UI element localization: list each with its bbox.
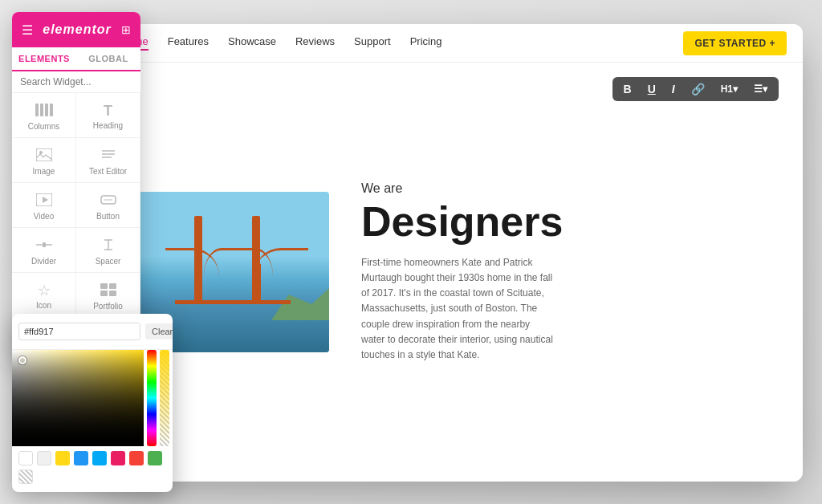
grid-icon[interactable]: ⊞ <box>121 23 131 36</box>
color-picker-top: Clear <box>12 314 173 350</box>
hero-body: First-time homeowners Kate and Patrick M… <box>361 255 554 363</box>
spacer-icon <box>100 238 116 254</box>
color-swatches <box>12 446 173 486</box>
svg-rect-14 <box>43 242 46 247</box>
video-label: Video <box>34 212 54 221</box>
nav-showcase[interactable]: Showcase <box>228 35 276 51</box>
list-button[interactable]: ☰▾ <box>751 82 771 96</box>
picker-gradient[interactable] <box>12 350 144 446</box>
heading-select[interactable]: H1▾ <box>718 82 741 96</box>
widget-video[interactable]: Video <box>12 183 76 228</box>
portfolio-label: Portfolio <box>93 302 123 311</box>
text-editor-label: Text Editor <box>89 167 127 176</box>
color-hex-input[interactable] <box>18 323 140 340</box>
widget-heading[interactable]: T Heading <box>76 93 140 138</box>
hue-strip[interactable] <box>147 350 157 446</box>
svg-marker-10 <box>43 197 48 203</box>
browser-window: Home Features Showcase Reviews Support P… <box>104 24 803 482</box>
svg-point-5 <box>39 151 43 154</box>
swatch-blue[interactable] <box>74 451 88 465</box>
content-area: We are Designers First-time homeowners K… <box>104 63 803 482</box>
video-icon <box>36 193 52 209</box>
picker-cursor <box>18 356 26 364</box>
divider-icon <box>36 238 52 254</box>
divider-label: Divider <box>31 257 56 266</box>
nav-reviews[interactable]: Reviews <box>295 35 335 51</box>
format-toolbar: B U I 🔗 H1▾ ☰▾ <box>612 77 779 101</box>
sidebar-tabs: ELEMENTS GLOBAL <box>12 47 140 71</box>
hero-text: We are Designers First-time homeowners K… <box>361 181 771 363</box>
nav-support[interactable]: Support <box>354 35 391 51</box>
icon-label: Icon <box>36 301 51 310</box>
color-picker-panel: Clear <box>12 314 173 492</box>
underline-button[interactable]: U <box>645 81 659 97</box>
svg-rect-0 <box>35 104 39 116</box>
hero-subtitle: We are <box>361 181 771 196</box>
hero-title: Designers <box>361 201 771 242</box>
nav-features[interactable]: Features <box>168 35 209 51</box>
swatch-lightblue[interactable] <box>92 451 107 465</box>
preview-content: We are Designers First-time homeowners K… <box>104 63 803 482</box>
nav-pricing[interactable]: Pricing <box>410 35 442 51</box>
sidebar-header: ☰ elementor ⊞ <box>12 12 140 47</box>
widget-image[interactable]: Image <box>12 138 76 183</box>
columns-label: Columns <box>28 122 59 131</box>
spacer-label: Spacer <box>96 257 121 266</box>
alpha-strip[interactable] <box>160 350 169 446</box>
widget-divider[interactable]: Divider <box>12 228 76 273</box>
nav-links: Home Features Showcase Reviews Support P… <box>120 35 683 51</box>
clear-button[interactable]: Clear <box>145 323 173 339</box>
icon-icon: ☆ <box>38 283 51 298</box>
swatch-pink[interactable] <box>111 451 125 465</box>
search-bar: 🔍 <box>12 71 140 93</box>
search-widget-input[interactable] <box>20 76 140 87</box>
image-icon <box>36 148 52 164</box>
svg-rect-20 <box>109 283 116 289</box>
svg-rect-2 <box>45 104 48 116</box>
global-tab[interactable]: GLOBAL <box>76 47 140 70</box>
button-icon <box>100 193 116 209</box>
picker-body <box>12 350 173 446</box>
swatch-green[interactable] <box>148 451 162 465</box>
swatch-transparent[interactable] <box>18 469 33 484</box>
widget-columns[interactable]: Columns <box>12 93 76 138</box>
get-started-button[interactable]: GET STARTED + <box>683 31 787 55</box>
preview-hero: We are Designers First-time homeowners K… <box>104 63 803 482</box>
link-button[interactable]: 🔗 <box>688 81 708 97</box>
swatch-lightgray[interactable] <box>37 451 51 465</box>
swatch-white[interactable] <box>18 451 33 465</box>
heading-label: Heading <box>93 121 123 130</box>
hamburger-icon[interactable]: ☰ <box>22 22 33 38</box>
columns-icon <box>35 103 53 119</box>
widget-portfolio[interactable]: Portfolio <box>76 273 140 318</box>
text-editor-icon <box>100 148 116 164</box>
button-label: Button <box>96 212 120 221</box>
widget-button[interactable]: Button <box>76 183 140 228</box>
swatch-yellow[interactable] <box>55 451 70 465</box>
elementor-logo: elementor <box>43 22 111 37</box>
elementor-panel: ☰ elementor ⊞ ELEMENTS GLOBAL 🔍 Columns <box>12 12 140 363</box>
swatch-red[interactable] <box>129 451 144 465</box>
nav-bar: Home Features Showcase Reviews Support P… <box>104 24 803 63</box>
svg-rect-1 <box>40 104 43 116</box>
widget-spacer[interactable]: Spacer <box>76 228 140 273</box>
widget-text-editor[interactable]: Text Editor <box>76 138 140 183</box>
svg-rect-3 <box>50 104 53 116</box>
svg-rect-19 <box>100 283 108 289</box>
italic-button[interactable]: I <box>669 81 678 97</box>
bold-button[interactable]: B <box>621 81 635 97</box>
preview-area: We are Designers First-time homeowners K… <box>104 63 803 482</box>
elements-tab[interactable]: ELEMENTS <box>12 47 76 71</box>
svg-rect-22 <box>109 291 116 296</box>
portfolio-icon <box>100 282 116 299</box>
image-label: Image <box>33 167 55 176</box>
svg-rect-21 <box>100 291 108 296</box>
heading-icon: T <box>104 104 112 118</box>
widget-icon[interactable]: ☆ Icon <box>12 273 76 318</box>
svg-rect-4 <box>36 148 52 161</box>
